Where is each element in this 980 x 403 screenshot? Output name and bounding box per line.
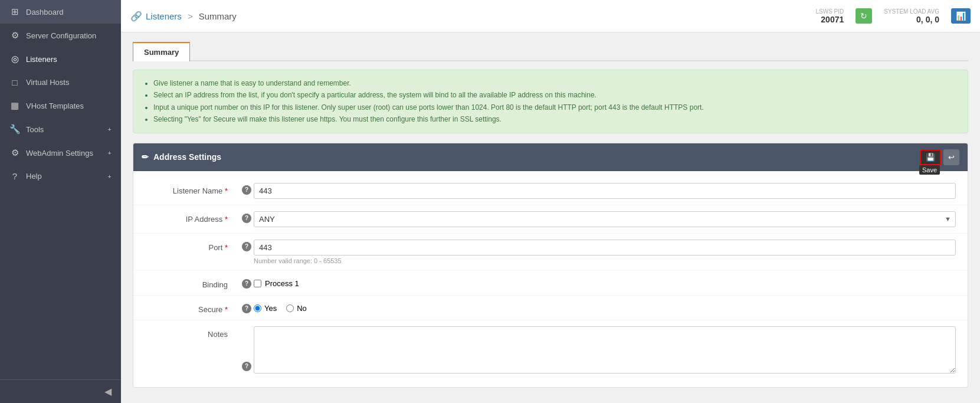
port-input[interactable]: [254, 240, 956, 255]
info-item-2: Select an IP address from the list, if y…: [153, 89, 958, 101]
ip-address-help-icon[interactable]: ?: [242, 214, 251, 223]
secure-help-icon[interactable]: ?: [242, 304, 251, 313]
port-help: ?: [240, 240, 254, 251]
dashboard-icon: ⊞: [9, 6, 20, 17]
header-actions: 💾 Save ↩: [920, 149, 959, 165]
ip-address-row: IP Address * ? ANY ▼: [133, 205, 968, 234]
tab-summary[interactable]: Summary: [133, 42, 190, 61]
sidebar-item-tools[interactable]: 🔧 Tools +: [0, 117, 121, 141]
tools-expand-icon: +: [108, 126, 112, 133]
listener-name-help-icon[interactable]: ?: [242, 185, 251, 195]
sidebar-item-dashboard[interactable]: ⊞ Dashboard: [0, 0, 121, 24]
sidebar-item-label: Virtual Hosts: [26, 78, 69, 87]
sidebar-item-virtual-hosts[interactable]: □ Virtual Hosts: [0, 71, 121, 94]
sidebar-item-label: Tools: [26, 125, 44, 134]
port-field: Number valid range: 0 - 65535: [254, 240, 956, 264]
info-item-4: Selecting "Yes" for Secure will make thi…: [153, 113, 958, 125]
sidebar-item-label: Help: [26, 172, 42, 181]
secure-help: ?: [240, 302, 254, 313]
secure-radio-wrapper: Yes No: [254, 302, 956, 313]
secure-yes-option[interactable]: Yes: [254, 304, 277, 313]
webadmin-expand-icon: +: [108, 149, 112, 156]
discard-button[interactable]: ↩: [943, 149, 959, 165]
listener-name-help: ?: [240, 183, 254, 195]
binding-checkbox-wrapper: Process 1: [254, 277, 956, 288]
topbar-right: LSWS PID 20071 ↻ SYSTEM LOAD AVG 0, 0, 0…: [815, 8, 971, 24]
topbar: 🔗 Listeners > Summary LSWS PID 20071 ↻ S…: [121, 0, 980, 32]
secure-no-label: No: [297, 304, 307, 313]
breadcrumb-root[interactable]: Listeners: [146, 11, 182, 21]
chart-button[interactable]: 📊: [951, 8, 971, 24]
binding-label: Binding: [145, 277, 240, 289]
breadcrumb-current: Summary: [199, 11, 237, 21]
sidebar-item-webadmin-settings[interactable]: ⚙ WebAdmin Settings +: [0, 141, 121, 165]
port-help-icon[interactable]: ?: [242, 242, 251, 251]
breadcrumb-icon: 🔗: [130, 11, 142, 22]
ip-address-select[interactable]: ANY: [254, 211, 956, 227]
sidebar-collapse-btn[interactable]: ◀: [0, 379, 121, 403]
info-list: Give listener a name that is easy to und…: [143, 77, 958, 126]
port-row: Port * ? Number valid range: 0 - 65535: [133, 234, 968, 271]
info-item-3: Input a unique port number on this IP fo…: [153, 101, 958, 113]
listener-name-label: Listener Name *: [145, 183, 240, 195]
ip-address-label: IP Address *: [145, 211, 240, 224]
notes-field: [254, 326, 956, 375]
section-body: Listener Name * ? IP Address *: [133, 171, 968, 387]
save-icon: 💾: [926, 153, 935, 162]
tab-summary-label: Summary: [144, 48, 179, 57]
breadcrumb-separator: >: [188, 11, 193, 21]
virtual-hosts-icon: □: [9, 77, 20, 87]
notes-help-icon[interactable]: ?: [242, 362, 251, 371]
save-button[interactable]: 💾 Save: [920, 149, 941, 165]
section-edit-icon: ✏: [142, 152, 149, 162]
secure-label: Secure *: [145, 302, 240, 314]
listener-name-field: [254, 183, 956, 199]
notes-textarea[interactable]: [254, 326, 956, 373]
refresh-button[interactable]: ↻: [856, 8, 872, 24]
ip-select-wrapper: ANY ▼: [254, 211, 956, 227]
ip-required: *: [225, 215, 228, 224]
sidebar-item-label: Server Configuration: [26, 31, 96, 40]
sidebar-item-label: Dashboard: [26, 8, 64, 17]
port-label: Port *: [145, 240, 240, 252]
listener-name-required: *: [225, 186, 228, 195]
secure-no-radio[interactable]: [286, 304, 294, 312]
sidebar-item-server-config[interactable]: ⚙ Server Configuration: [0, 24, 121, 47]
address-settings-card: ✏ Address Settings 💾 Save ↩ Listener: [133, 143, 968, 388]
listener-name-input[interactable]: [254, 183, 956, 199]
binding-help-icon[interactable]: ?: [242, 279, 251, 289]
breadcrumb: 🔗 Listeners > Summary: [130, 11, 237, 22]
notes-help: ?: [240, 326, 254, 371]
webadmin-icon: ⚙: [9, 148, 20, 158]
info-item-1: Give listener a name that is easy to und…: [153, 77, 958, 89]
discard-icon: ↩: [948, 153, 955, 162]
lws-pid-value: 20071: [821, 15, 844, 24]
sidebar-item-listeners[interactable]: ◎ Listeners: [0, 47, 121, 71]
listeners-icon: ◎: [9, 54, 20, 64]
lws-pid-stat: LSWS PID 20071: [815, 8, 844, 24]
section-header: ✏ Address Settings 💾 Save ↩: [133, 143, 968, 171]
secure-no-option[interactable]: No: [286, 304, 307, 313]
binding-checkbox-label[interactable]: Process 1: [265, 279, 299, 288]
section-title: Address Settings: [153, 152, 221, 162]
binding-row: Binding ? Process 1: [133, 271, 968, 296]
info-box: Give listener a name that is easy to und…: [133, 70, 968, 133]
binding-checkbox[interactable]: [254, 280, 261, 287]
system-load-label: SYSTEM LOAD AVG: [884, 8, 939, 15]
sidebar-item-label: WebAdmin Settings: [26, 149, 93, 158]
notes-row: Notes ?: [133, 320, 968, 381]
secure-row: Secure * ? Yes: [133, 296, 968, 320]
save-label: Save: [919, 165, 940, 175]
secure-required: *: [225, 305, 228, 314]
ip-address-field: ANY ▼: [254, 211, 956, 227]
listener-name-row: Listener Name * ?: [133, 177, 968, 205]
lws-pid-label: LSWS PID: [815, 8, 844, 15]
sidebar-item-help[interactable]: ? Help +: [0, 165, 121, 188]
sidebar-item-vhost-templates[interactable]: ▦ VHost Templates: [0, 94, 121, 117]
secure-yes-radio[interactable]: [254, 304, 261, 312]
port-hint: Number valid range: 0 - 65535: [254, 257, 956, 264]
sidebar-item-label: VHost Templates: [26, 101, 84, 110]
sidebar-item-label: Listeners: [26, 55, 57, 64]
secure-yes-label: Yes: [264, 304, 277, 313]
tab-bar: Summary: [133, 42, 968, 61]
